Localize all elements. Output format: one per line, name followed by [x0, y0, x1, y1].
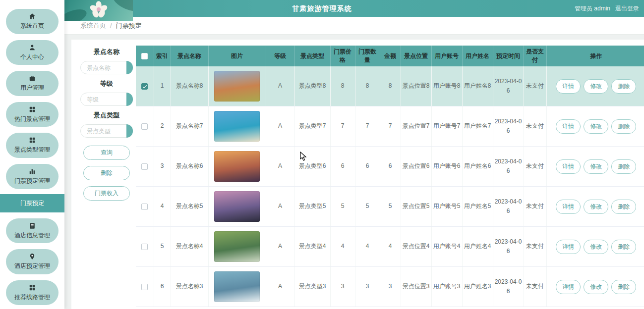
- delete-button[interactable]: 删除: [611, 119, 636, 134]
- cell-username: 用户姓名4: [462, 227, 493, 267]
- table-row[interactable]: 2景点名称7A景点类型7777景点位置7用户账号7用户姓名72023-04-06…: [136, 106, 644, 147]
- cell-location: 景点位置3: [401, 267, 431, 307]
- delete-button[interactable]: 删除: [611, 280, 636, 294]
- grid-icon: [29, 284, 36, 292]
- sidebar-subitem-ticket-booking[interactable]: 门票预定: [0, 194, 64, 212]
- cell-quantity: 6: [355, 147, 380, 187]
- column-header: 景点名称: [171, 46, 208, 66]
- breadcrumb-home[interactable]: 系统首页: [80, 21, 106, 30]
- cell-price: 8: [330, 66, 355, 106]
- sidebar-item-label: 用户管理: [20, 84, 44, 92]
- sidebar-item-scenic-type-mgmt[interactable]: 景点类型管理: [6, 133, 59, 158]
- row-checkbox[interactable]: [141, 83, 148, 90]
- cell-time: 2023-04-06: [493, 187, 524, 227]
- cell-type: 景点类型6: [294, 147, 330, 187]
- cell-location: 景点位置8: [401, 66, 431, 106]
- row-checkbox[interactable]: [141, 163, 148, 170]
- cell-price: 7: [330, 106, 355, 147]
- cell-amount: 4: [380, 227, 401, 267]
- sidebar-item-home[interactable]: 系统首页: [6, 9, 59, 34]
- cell-name: 景点名称6: [171, 147, 208, 187]
- delete-button[interactable]: 删除: [611, 159, 636, 174]
- edit-button[interactable]: 修改: [584, 79, 608, 94]
- cell-level: A: [266, 106, 294, 147]
- ticket-income-button[interactable]: 门票收入: [83, 186, 130, 201]
- cell-index: 4: [154, 187, 171, 227]
- row-checkbox[interactable]: [141, 244, 148, 250]
- cell-index: 5: [154, 227, 171, 267]
- cell-quantity: 3: [355, 267, 380, 307]
- cell-index: 3: [154, 147, 171, 187]
- cell-paid: 未支付: [524, 267, 546, 307]
- scenic-photo-tropical-beach: [214, 111, 260, 142]
- edit-button[interactable]: 修改: [584, 119, 608, 134]
- cell-actions: 详情修改删除: [546, 66, 644, 106]
- detail-button[interactable]: 详情: [556, 240, 581, 254]
- scenic-name-input[interactable]: [80, 61, 133, 74]
- column-header: 是否支付: [524, 46, 546, 66]
- cell-account: 用户账号8: [431, 66, 462, 106]
- delete-button[interactable]: 删除: [611, 240, 636, 254]
- cell-amount: 3: [380, 267, 401, 307]
- column-header: 用户账号: [431, 46, 462, 66]
- cell-actions: 详情修改删除: [546, 227, 644, 267]
- user-label: 管理员 admin: [575, 4, 610, 13]
- sidebar-item-route-recommend-mgmt[interactable]: 推荐线路管理: [6, 280, 59, 306]
- cell-level: A: [266, 187, 294, 227]
- cell-level: A: [266, 66, 294, 106]
- detail-button[interactable]: 详情: [556, 79, 581, 94]
- filter-label-scenic-name: 景点名称: [77, 48, 136, 56]
- grid-icon: [29, 106, 36, 113]
- edit-button[interactable]: 修改: [584, 200, 608, 214]
- logout-link[interactable]: 退出登录: [615, 4, 639, 13]
- content: 景点名称等级景点类型查询删除门票收入 索引景点名称图片等级景点类型门票价格门票数…: [64, 35, 644, 309]
- cell-time: 2023-04-06: [493, 66, 524, 106]
- query-button[interactable]: 查询: [83, 146, 130, 160]
- row-checkbox[interactable]: [141, 123, 148, 130]
- edit-button[interactable]: 修改: [584, 280, 608, 294]
- table-row[interactable]: 4景点名称5A景点类型5555景点位置5用户账号5用户姓名52023-04-06…: [136, 187, 644, 227]
- detail-button[interactable]: 详情: [556, 200, 581, 214]
- sidebar-item-ticket-booking-mgmt[interactable]: 门票预定管理: [6, 164, 59, 189]
- cell-name: 景点名称3: [171, 267, 208, 307]
- table-row[interactable]: 6景点名称3A景点类型3333景点位置3用户账号3用户姓名32023-04-06…: [136, 267, 644, 307]
- row-checkbox[interactable]: [141, 284, 148, 290]
- cell-quantity: 4: [355, 227, 380, 267]
- ticket-table: 索引景点名称图片等级景点类型门票价格门票数量金额景点位置用户账号用户姓名预定时间…: [136, 46, 644, 307]
- cell-quantity: 5: [355, 187, 380, 227]
- level-input[interactable]: [80, 93, 133, 106]
- cell-index: 2: [154, 106, 171, 147]
- scenic-photo-dusk-lake: [214, 191, 260, 222]
- detail-button[interactable]: 详情: [556, 280, 581, 294]
- cell-price: 5: [330, 187, 355, 227]
- detail-button[interactable]: 详情: [556, 159, 581, 174]
- cell-price: 6: [330, 147, 355, 187]
- cell-photo: [208, 147, 266, 187]
- delete-button[interactable]: 删除: [611, 200, 636, 214]
- cell-paid: 未支付: [524, 227, 546, 267]
- table-header-row: 索引景点名称图片等级景点类型门票价格门票数量金额景点位置用户账号用户姓名预定时间…: [136, 46, 644, 66]
- table-row[interactable]: 3景点名称6A景点类型6666景点位置6用户账号6用户姓名62023-04-06…: [136, 147, 644, 187]
- delete-button[interactable]: 删除: [83, 166, 130, 180]
- column-header: 图片: [208, 46, 266, 66]
- sidebar-item-profile[interactable]: 个人中心: [6, 40, 59, 65]
- flower-banner-decoration: [64, 0, 133, 21]
- delete-button[interactable]: 删除: [611, 79, 636, 94]
- sidebar-item-user-mgmt[interactable]: 用户管理: [6, 71, 59, 96]
- detail-button[interactable]: 详情: [556, 119, 581, 134]
- grid-icon: [29, 137, 36, 144]
- table-row[interactable]: 1景点名称8A景点类型8888景点位置8用户账号8用户姓名82023-04-06…: [136, 66, 644, 106]
- edit-button[interactable]: 修改: [584, 159, 608, 174]
- table-row[interactable]: 5景点名称4A景点类型4444景点位置4用户账号4用户姓名42023-04-06…: [136, 227, 644, 267]
- cell-type: 景点类型5: [294, 187, 330, 227]
- edit-button[interactable]: 修改: [584, 240, 608, 254]
- scenic-type-input[interactable]: [80, 124, 133, 138]
- filter-input-wrap: [80, 61, 133, 74]
- scenic-photo-sunset-ridge: [214, 151, 260, 182]
- row-checkbox[interactable]: [141, 204, 148, 210]
- cell-account: 用户账号6: [431, 147, 462, 187]
- sidebar-item-hot-scenic-mgmt[interactable]: 热门景点管理: [6, 102, 59, 127]
- sidebar-item-hotel-booking-mgmt[interactable]: 酒店预定管理: [6, 249, 59, 274]
- sidebar-item-hotel-info-mgmt[interactable]: 酒店信息管理: [6, 218, 59, 244]
- select-all-checkbox[interactable]: [141, 53, 148, 59]
